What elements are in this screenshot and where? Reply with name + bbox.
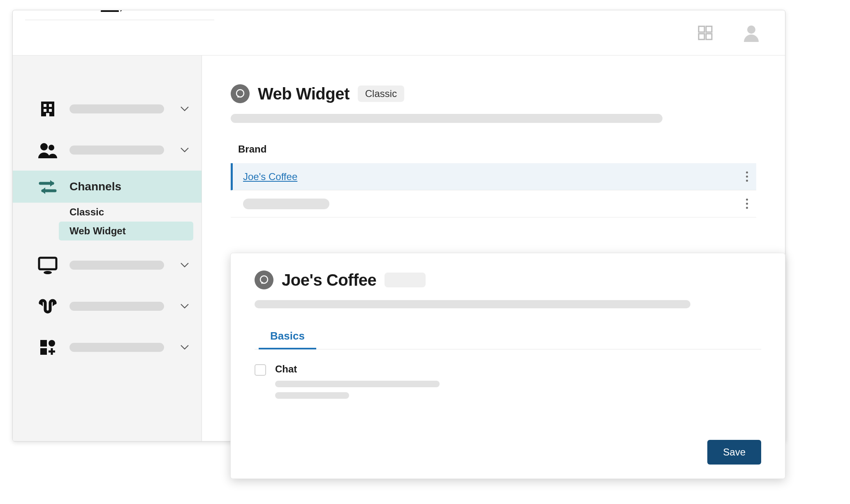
chat-bubble-icon (255, 270, 273, 289)
sidebar-item-apps[interactable] (13, 327, 201, 368)
svg-rect-6 (44, 104, 46, 107)
svg-rect-9 (49, 109, 52, 112)
svg-rect-17 (40, 348, 47, 355)
detail-header: Joe's Coffee (255, 270, 761, 289)
section-label-brand: Brand (238, 143, 756, 155)
save-bar: Save (255, 440, 761, 465)
placeholder-bar (69, 146, 164, 155)
tab-placeholder[interactable] (408, 331, 414, 343)
svg-rect-10 (46, 113, 49, 116)
placeholder-pill (384, 273, 426, 287)
user-avatar-icon[interactable] (742, 24, 760, 42)
brand-name-link[interactable]: Joe's Coffee (243, 171, 297, 183)
sidebar: Channels Classic Web Widget (13, 55, 202, 441)
svg-rect-0 (699, 26, 704, 32)
sidebar-item-company[interactable] (13, 88, 201, 129)
svg-rect-2 (699, 34, 704, 39)
apps-add-icon (37, 338, 59, 356)
building-icon (37, 100, 59, 118)
placeholder-bar (69, 104, 164, 113)
sidebar-item-channels[interactable]: Channels (13, 171, 201, 203)
sidebar-item-workspaces[interactable] (13, 245, 201, 286)
people-icon (37, 142, 59, 158)
arrows-exchange-icon (37, 178, 59, 195)
placeholder-bar (69, 343, 164, 352)
chevron-down-icon (180, 262, 189, 268)
sidebar-item-people[interactable] (13, 129, 201, 171)
save-button[interactable]: Save (707, 440, 761, 465)
sidebar-item-label: Channels (69, 180, 189, 193)
svg-point-4 (747, 25, 755, 34)
placeholder-bar (275, 381, 440, 387)
monitor-icon (37, 256, 59, 274)
zendesk-logo-icon (101, 10, 139, 12)
chevron-down-icon (180, 106, 189, 112)
tabs: Basics (255, 325, 761, 349)
logo-slot (25, 10, 214, 20)
svg-point-11 (40, 143, 48, 150)
svg-point-19 (260, 276, 268, 283)
page-title: Web Widget (258, 85, 350, 103)
flow-icon (37, 297, 59, 315)
kebab-menu-icon[interactable] (746, 199, 748, 209)
chat-bubble-icon (231, 84, 250, 103)
subnav-item-classic[interactable]: Classic (69, 203, 201, 222)
apps-grid-icon[interactable] (697, 25, 713, 41)
subnav-item-web-widget[interactable]: Web Widget (59, 222, 193, 240)
tab-basics[interactable]: Basics (267, 325, 308, 349)
placeholder-bar (275, 392, 349, 399)
sidebar-subnav: Classic Web Widget (13, 203, 201, 240)
page-header: Web Widget Classic (231, 84, 756, 103)
brand-detail-panel: Joe's Coffee Basics Chat Save (230, 253, 785, 479)
svg-rect-3 (706, 34, 712, 39)
chevron-down-icon (180, 147, 189, 153)
placeholder-bar (69, 302, 164, 311)
svg-rect-13 (39, 258, 56, 269)
svg-point-12 (49, 145, 54, 150)
chevron-down-icon (180, 344, 189, 350)
tab-placeholder[interactable] (337, 331, 343, 343)
brand-row[interactable] (231, 190, 756, 217)
placeholder-bar (69, 261, 164, 270)
svg-point-18 (236, 90, 244, 97)
svg-point-16 (49, 340, 55, 347)
option-chat: Chat (255, 363, 761, 399)
svg-rect-1 (706, 26, 712, 32)
kebab-menu-icon[interactable] (746, 171, 748, 182)
option-label-chat: Chat (275, 363, 440, 375)
checkbox-chat[interactable] (255, 364, 266, 376)
tab-placeholder[interactable] (372, 331, 379, 343)
placeholder-bar (255, 300, 690, 308)
chevron-down-icon (180, 303, 189, 309)
sidebar-item-automations[interactable] (13, 286, 201, 327)
placeholder-bar (231, 114, 662, 123)
placeholder-bar (243, 199, 329, 209)
svg-rect-8 (44, 109, 46, 112)
detail-title: Joe's Coffee (282, 271, 376, 289)
svg-rect-7 (49, 104, 52, 107)
svg-point-14 (44, 271, 52, 274)
page-tag: Classic (358, 86, 404, 102)
brand-row-selected[interactable]: Joe's Coffee (231, 163, 756, 190)
svg-rect-15 (40, 340, 47, 347)
